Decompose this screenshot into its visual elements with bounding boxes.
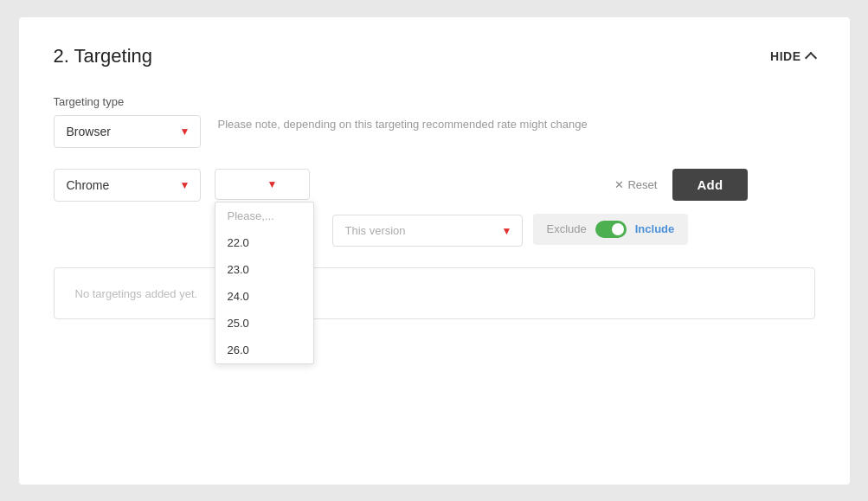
right-side: ✕ Reset Add This version Above this vers… bbox=[332, 169, 748, 247]
targeting-card: 2. Targeting HIDE Targeting type Browser… bbox=[19, 17, 850, 485]
version-item-22[interactable]: 22.0 bbox=[215, 229, 313, 256]
version-item-please[interactable]: Please,... bbox=[215, 202, 313, 229]
hide-button[interactable]: HIDE bbox=[770, 49, 814, 63]
targeting-type-row: Targeting type Browser OS Device Country… bbox=[54, 95, 815, 148]
version-item-23[interactable]: 23.0 bbox=[215, 256, 313, 283]
browser-select-wrapper: Chrome Firefox Safari Edge Opera ▼ bbox=[54, 169, 201, 202]
exclude-label: Exclude bbox=[547, 222, 587, 235]
version-item-25[interactable]: 25.0 bbox=[215, 310, 313, 337]
version-dropdown-items: Please,... 22.0 23.0 24.0 25.0 26.0 bbox=[215, 202, 313, 363]
exclude-include-toggle-section: Exclude Include bbox=[533, 214, 689, 245]
version-item-26[interactable]: 26.0 bbox=[215, 337, 313, 363]
card-header: 2. Targeting HIDE bbox=[54, 45, 815, 67]
this-version-select[interactable]: This version Above this version Below th… bbox=[332, 215, 523, 247]
no-targetings-text: No targetings added yet. bbox=[75, 287, 198, 300]
add-button[interactable]: Add bbox=[672, 169, 747, 201]
this-version-wrapper: This version Above this version Below th… bbox=[332, 215, 523, 247]
reset-label: Reset bbox=[627, 178, 657, 191]
chevron-up-icon bbox=[804, 51, 816, 63]
browser-select[interactable]: Chrome Firefox Safari Edge Opera bbox=[54, 169, 201, 202]
reset-button[interactable]: ✕ Reset bbox=[608, 170, 664, 200]
targeting-type-select-wrapper: Browser OS Device Country ▼ bbox=[54, 115, 201, 148]
targeting-note: Please note, depending on this targeting… bbox=[218, 118, 588, 131]
bottom-right-row: This version Above this version Below th… bbox=[332, 211, 748, 247]
targeting-type-label: Targeting type bbox=[54, 95, 201, 108]
version-item-24[interactable]: 24.0 bbox=[215, 283, 313, 310]
version-dropdown-wrapper: ▼ Please,... 22.0 23.0 24.0 25.0 26.0 bbox=[215, 169, 310, 200]
targeting-type-select[interactable]: Browser OS Device Country bbox=[54, 115, 201, 148]
section-title: 2. Targeting bbox=[54, 45, 153, 67]
no-targetings-box: No targetings added yet. bbox=[54, 267, 815, 319]
exclude-include-toggle[interactable] bbox=[595, 221, 627, 238]
toggle-slider bbox=[595, 221, 627, 238]
version-dropdown-arrow-icon: ▼ bbox=[267, 178, 278, 190]
hide-label: HIDE bbox=[770, 49, 800, 63]
version-dropdown-trigger[interactable]: ▼ bbox=[215, 169, 310, 200]
top-right-row: ✕ Reset Add bbox=[332, 169, 748, 201]
include-label: Include bbox=[635, 222, 675, 235]
version-dropdown-list: Please,... 22.0 23.0 24.0 25.0 26.0 bbox=[215, 202, 314, 364]
browser-row: Chrome Firefox Safari Edge Opera ▼ ▼ Ple… bbox=[54, 169, 815, 247]
targeting-type-section: Targeting type Browser OS Device Country… bbox=[54, 95, 201, 148]
reset-x-icon: ✕ bbox=[614, 178, 624, 191]
